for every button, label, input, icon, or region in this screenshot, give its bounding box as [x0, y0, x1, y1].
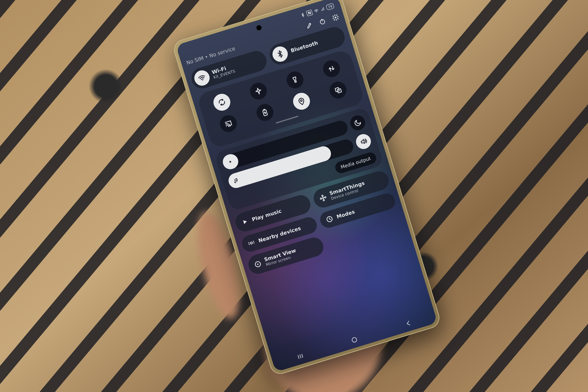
wifi-icon [192, 68, 212, 88]
auto-rotate-toggle[interactable] [211, 92, 232, 113]
svg-point-3 [300, 100, 302, 102]
bluetooth-icon [271, 44, 290, 64]
svg-point-0 [320, 19, 325, 24]
settings-icon[interactable] [332, 13, 340, 22]
svg-point-1 [334, 16, 337, 18]
nearby-icon [246, 238, 256, 248]
smartthings-icon [318, 193, 328, 203]
power-icon[interactable] [318, 17, 326, 26]
home-button[interactable] [350, 335, 359, 345]
bluetooth-status-icon [300, 12, 306, 18]
signal-status-icon [320, 6, 325, 12]
modes-label: Modes [336, 209, 355, 220]
multi-window-toggle[interactable] [328, 80, 348, 100]
flashlight-toggle[interactable] [284, 70, 305, 90]
airplane-mode-toggle[interactable] [248, 80, 269, 102]
svg-point-12 [250, 242, 252, 244]
mobile-data-toggle[interactable] [321, 58, 342, 79]
wifi-status-icon [314, 8, 319, 14]
svg-point-15 [352, 337, 357, 342]
play-icon [240, 217, 250, 227]
cast-toggle[interactable] [218, 113, 239, 134]
nfc-status-icon: N [306, 10, 313, 16]
sound-mode-toggle[interactable] [354, 132, 373, 151]
back-button[interactable] [404, 318, 413, 328]
location-toggle[interactable] [291, 91, 312, 112]
edit-icon[interactable] [305, 21, 314, 30]
nearby-label: Nearby devices [258, 225, 302, 244]
recents-button[interactable] [296, 352, 305, 361]
do-not-disturb-toggle[interactable] [348, 114, 367, 132]
modes-icon [324, 214, 334, 224]
smart-view-icon [253, 259, 263, 269]
play-music-label: Play music [251, 208, 282, 222]
bluetooth-label: Bluetooth [290, 40, 318, 54]
power-saving-toggle[interactable] [254, 102, 276, 123]
battery-indicator: 79 [326, 3, 334, 10]
svg-point-6 [229, 161, 232, 163]
